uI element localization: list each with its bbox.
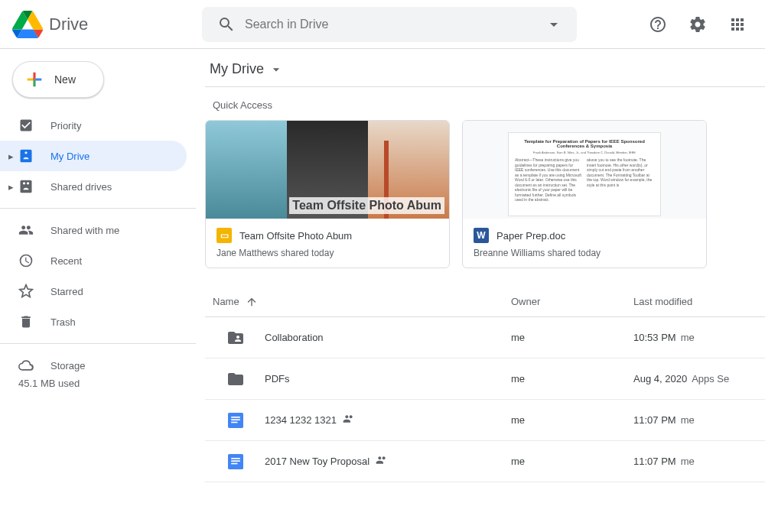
file-modified: Aug 4, 2020Apps Se [633,373,765,384]
file-table-header: Name Owner Last modified [205,287,765,317]
drive-logo-icon [12,9,43,40]
storage-used: 45.1 MB used [0,378,196,389]
qa-subtitle: Breanne Williams shared today [474,248,695,258]
logo-area[interactable]: Drive [12,9,202,40]
header: Drive [0,0,765,49]
file-name: PDFs [265,373,511,384]
sidebar: New Priority ▸ My Drive ▸ Shared drives … [0,49,196,532]
divider [0,208,196,209]
divider [205,86,765,87]
sidebar-item-label: Shared with me [50,225,119,236]
thumb-text: Team Offsite Photo Abum [289,197,444,214]
priority-icon [18,118,37,133]
file-table: Name Owner Last modified Collaborationme… [205,287,765,482]
sidebar-item-label: Trash [50,316,76,328]
trash-icon [18,314,37,329]
settings-button[interactable] [682,9,713,40]
file-type-icon [226,453,245,471]
word-icon: W [474,228,489,243]
file-modified: 11:07 PMme [633,456,765,467]
sort-up-icon [246,296,258,308]
file-row[interactable]: 2017 New Toy Proposal me11:07 PMme [205,441,765,482]
file-name: 2017 New Toy Proposal [265,454,511,469]
sidebar-item-storage[interactable]: Storage [0,350,196,381]
help-icon [649,15,667,34]
slides-icon: ▭ [216,228,232,243]
svg-rect-1 [231,417,240,418]
svg-rect-7 [231,462,237,464]
sidebar-item-shared-drives[interactable]: ▸ Shared drives [0,171,196,202]
plus-icon [24,69,45,90]
svg-rect-5 [231,458,240,459]
qa-title: Team Offsite Photo Abum [239,230,352,242]
file-owner: me [511,414,633,426]
starred-icon [18,284,37,299]
storage-label: Storage [50,360,86,371]
svg-rect-6 [231,460,240,462]
content: My Drive Quick Access Team Offsite Photo… [196,49,765,532]
sidebar-item-label: Recent [50,255,82,267]
sidebar-item-my-drive[interactable]: ▸ My Drive [0,141,187,171]
svg-rect-3 [231,421,237,423]
search-bar[interactable] [202,7,577,42]
search-options-icon[interactable] [545,15,563,34]
qa-title: Paper Prep.doc [496,230,565,242]
apps-button[interactable] [722,9,753,40]
breadcrumb-label: My Drive [210,61,264,77]
thumbnail: Template for Preparation of Papers for I… [463,121,706,219]
file-owner: me [511,373,633,384]
recent-icon [18,253,37,268]
file-owner: me [511,332,633,343]
cloud-icon [18,358,37,373]
column-modified[interactable]: Last modified [633,296,765,307]
file-name: Collaboration [265,332,511,343]
column-name[interactable]: Name [205,296,511,308]
sidebar-item-starred[interactable]: Starred [0,276,196,307]
shared-drives-icon [18,179,37,194]
sidebar-item-label: Shared drives [50,181,112,193]
expand-icon[interactable]: ▸ [6,181,15,193]
my-drive-icon [18,148,37,164]
file-modified: 10:53 PMme [633,332,765,343]
file-type-icon [226,411,245,430]
new-label: New [54,73,76,86]
file-name: 1234 1232 1321 [265,413,511,427]
file-type-icon [226,370,245,388]
quick-access-card[interactable]: Template for Preparation of Papers for I… [462,120,707,268]
sidebar-item-priority[interactable]: Priority [0,110,196,141]
search-input[interactable] [245,18,537,31]
file-type-icon [226,329,245,347]
sidebar-item-shared-with-me[interactable]: Shared with me [0,215,196,245]
new-button[interactable]: New [12,61,104,98]
file-row[interactable]: 1234 1232 1321 me11:07 PMme [205,400,765,441]
sidebar-item-trash[interactable]: Trash [0,307,196,337]
search-icon [217,15,236,34]
qa-subtitle: Jane Matthews shared today [216,248,438,258]
apps-grid-icon [728,15,747,34]
sidebar-item-recent[interactable]: Recent [0,245,196,276]
file-owner: me [511,456,633,467]
expand-icon[interactable]: ▸ [6,151,15,162]
quick-access-card[interactable]: Team Offsite Photo Abum ▭ Team Offsite P… [205,120,450,268]
file-row[interactable]: Collaborationme10:53 PMme [205,317,765,358]
header-actions [643,9,753,40]
thumbnail: Team Offsite Photo Abum [206,121,449,219]
main: New Priority ▸ My Drive ▸ Shared drives … [0,49,765,532]
shared-with-me-icon [18,222,37,238]
sidebar-item-label: Priority [50,120,81,131]
app-name: Drive [49,15,88,34]
svg-rect-2 [231,419,240,420]
gear-icon [688,15,707,34]
help-button[interactable] [643,9,673,40]
sidebar-item-label: Starred [50,286,83,297]
file-modified: 11:07 PMme [633,414,765,426]
divider [0,343,196,344]
quick-access-label: Quick Access [205,99,765,111]
breadcrumb[interactable]: My Drive [205,61,765,77]
column-owner[interactable]: Owner [511,296,633,307]
chevron-down-icon [269,62,284,77]
shared-icon [343,413,355,427]
shared-icon [376,454,388,469]
file-row[interactable]: PDFsmeAug 4, 2020Apps Se [205,358,765,400]
quick-access-row: Team Offsite Photo Abum ▭ Team Offsite P… [205,120,765,268]
